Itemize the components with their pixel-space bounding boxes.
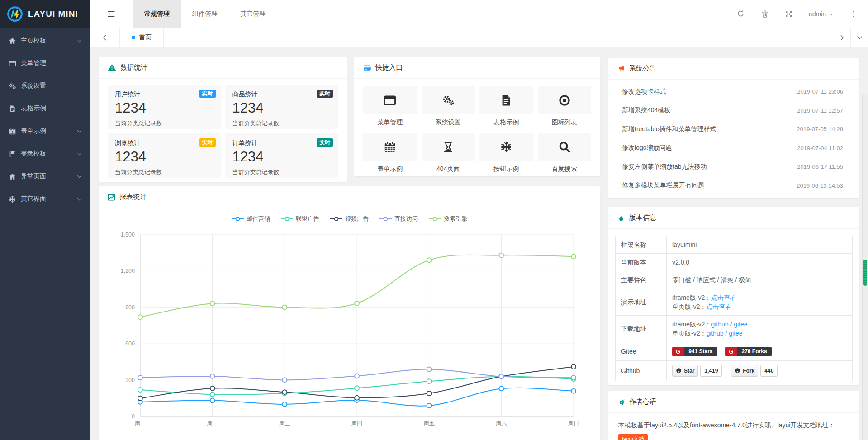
chevron-down-icon — [76, 196, 82, 202]
fullscreen-button[interactable] — [785, 10, 792, 18]
legend-item[interactable]: 联盟广告 — [281, 215, 319, 223]
sidebar-item[interactable]: 表格示例 — [0, 97, 90, 120]
more-menu-button[interactable] — [850, 10, 857, 18]
notice-item[interactable]: 修改logo缩放问题 2019-07-04 11:02 — [608, 139, 859, 158]
header-tab[interactable]: 其它管理 — [229, 0, 277, 28]
quick-entry[interactable]: 按钮示例 — [479, 133, 533, 173]
sidebar-item[interactable]: 异常页面 — [0, 165, 90, 188]
sidebar-item[interactable]: 菜单管理 — [0, 52, 90, 75]
sidebar-item[interactable]: 表单示例 — [0, 120, 90, 142]
version-row-label: 当前版本 — [616, 254, 667, 271]
header-tab[interactable]: 组件管理 — [181, 0, 229, 28]
quick-entry[interactable]: 图标列表 — [538, 86, 592, 127]
sidebar-item[interactable]: 系统设置 — [0, 75, 90, 97]
panel-report-statistics: 报表统计 邮件营销 联盟广告 视频广告 直接访问 — [99, 186, 600, 440]
sidebar-item[interactable]: 其它界面 — [0, 188, 90, 210]
notice-item[interactable]: 新增treetable插件和菜单管理样式 2019-07-05 14:28 — [608, 120, 859, 139]
warning-icon — [108, 63, 116, 72]
scrollbar-track[interactable] — [862, 94, 868, 440]
chevron-left-icon — [101, 34, 108, 41]
quick-entry[interactable]: 表格示例 — [479, 86, 533, 127]
report-line-chart: 03006009001,2001,500周一周二周三周四周五周六周日 — [99, 224, 600, 436]
notice-item[interactable]: 修复左侧菜单缩放tab无法移动 2019-06-17 11:55 — [608, 157, 859, 176]
github-star-button[interactable]: Star1,419 — [672, 365, 722, 377]
caret-down-icon-holder — [829, 10, 834, 18]
svg-text:900: 900 — [125, 304, 135, 311]
tab-scroll-left-button[interactable] — [90, 28, 120, 47]
quick-entry[interactable]: 系统设置 — [422, 86, 475, 127]
legend-item[interactable]: 搜索引擎 — [429, 215, 467, 223]
clear-cache-button[interactable] — [761, 9, 769, 18]
version-row-label: Gitee — [616, 342, 667, 361]
tab-scroll-right-button[interactable] — [833, 28, 850, 47]
stat-card: 订单统计 1234 当前分类总记录数 实时 — [225, 133, 338, 178]
notice-item[interactable]: 新增系统404模板 2019-07-11 12:57 — [608, 101, 859, 120]
sidebar-item[interactable]: 主页模板 — [0, 29, 90, 52]
stat-card-desc: 当前分类总记录数 — [115, 168, 213, 176]
notice-item-date: 2019-07-04 11:02 — [797, 145, 843, 151]
legend-item[interactable]: 直接访问 — [379, 215, 418, 223]
layui-doc-badge[interactable]: layui文档 — [618, 434, 648, 440]
legend-item[interactable]: 邮件营销 — [232, 215, 270, 223]
version-link[interactable]: github — [706, 330, 723, 337]
version-row-label: 框架名称 — [616, 236, 667, 254]
legend-label: 搜索引擎 — [444, 215, 467, 223]
version-link-line: 单页版-v2：github / gitee — [672, 329, 847, 338]
gitee-forks-badge[interactable]: G278 Forks — [725, 347, 771, 356]
svg-text:0: 0 — [132, 413, 135, 420]
sidebar-item-label: 菜单管理 — [21, 59, 82, 67]
chevron-down-icon-holder — [856, 34, 863, 42]
stats-cards: 用户统计 1234 当前分类总记录数 实时 商品统计 1234 当前分类总记录数… — [99, 79, 347, 184]
panel-quick-entry-header: 快捷入口 — [354, 57, 600, 79]
quick-entry-label: 404页面 — [422, 165, 475, 173]
quick-entry[interactable]: 404页面 — [422, 133, 475, 173]
quick-entry-label: 百度搜索 — [538, 165, 592, 173]
version-table-row: Gitee G941 Stars G278 Forks — [616, 342, 853, 361]
quick-entry-label: 系统设置 — [422, 118, 475, 127]
version-link[interactable]: gitee — [734, 321, 747, 328]
version-link[interactable]: 点击查看 — [711, 294, 736, 301]
chevron-down-icon — [76, 38, 82, 44]
gitee-icon: G — [725, 347, 737, 356]
tab-operations-button[interactable] — [850, 28, 868, 47]
notice-item-date: 2019-06-13 14:53 — [797, 182, 843, 189]
plane-icon — [617, 398, 625, 406]
stat-card-desc: 当前分类总记录数 — [232, 119, 331, 128]
quick-entry-tile — [363, 86, 417, 114]
svg-text:周一: 周一 — [135, 420, 146, 426]
quick-entry-label: 表单示例 — [363, 165, 417, 173]
logo[interactable]: LAYUI MINI — [0, 0, 90, 28]
github-fork-button[interactable]: Fork440 — [731, 365, 778, 377]
version-value: layuimini — [672, 241, 697, 248]
refresh-button[interactable] — [737, 10, 745, 18]
stat-card-label: 订单统计 — [232, 139, 331, 147]
notice-item[interactable]: 修改选项卡样式 2019-07-11 23:06 — [608, 82, 859, 101]
tab-home[interactable]: 首页 — [120, 28, 164, 47]
quick-entry-label: 菜单管理 — [363, 118, 417, 127]
user-dropdown[interactable]: admin — [809, 10, 834, 18]
version-link[interactable]: gitee — [729, 330, 742, 337]
version-link[interactable]: github — [711, 321, 728, 328]
version-link[interactable]: 点击查看 — [706, 303, 731, 310]
gitee-stars-badge[interactable]: G941 Stars — [672, 347, 717, 356]
version-value: v2.0.0 — [672, 259, 689, 266]
chevron-right-icon — [839, 34, 845, 41]
notice-item-date: 2019-07-11 12:57 — [797, 107, 843, 114]
sidebar-item-label: 异常页面 — [21, 172, 72, 180]
window-icon — [9, 60, 16, 67]
chart-legend: 邮件营销 联盟广告 视频广告 直接访问 搜索引擎 — [99, 208, 600, 223]
quick-entry-tile — [479, 86, 533, 114]
legend-item[interactable]: 视频广告 — [330, 215, 369, 223]
notice-item[interactable]: 修复多模块菜单栏展开有问题 2019-06-13 14:53 — [608, 176, 859, 195]
svg-text:300: 300 — [125, 377, 135, 383]
sidebar-item[interactable]: 登录模板 — [0, 142, 90, 165]
header-tab[interactable]: 常规管理 — [133, 0, 181, 28]
sidebar-collapse-button[interactable] — [90, 0, 133, 28]
chevron-down-icon — [76, 128, 82, 134]
chart-line-icon — [108, 193, 115, 201]
quick-entry[interactable]: 百度搜索 — [538, 133, 592, 173]
quick-entry[interactable]: 菜单管理 — [363, 86, 417, 127]
logo-mark-icon — [7, 6, 23, 22]
quick-entry[interactable]: 表单示例 — [363, 133, 417, 173]
scrollbar-thumb[interactable] — [863, 260, 867, 286]
